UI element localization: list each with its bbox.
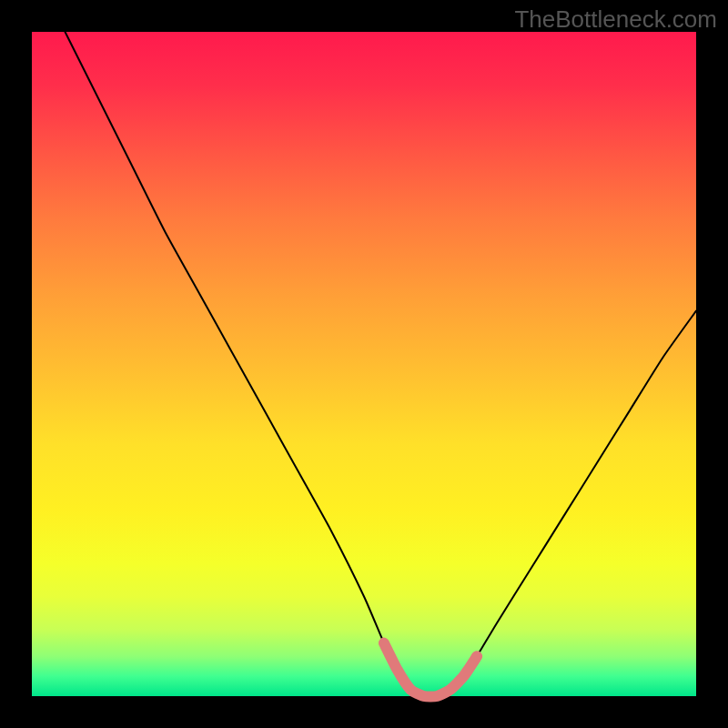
chart-curve-svg — [32, 32, 696, 696]
watermark-text: TheBottleneck.com — [514, 5, 717, 34]
bottleneck-band-overlay — [384, 643, 477, 697]
bottleneck-curve-line — [66, 32, 697, 697]
chart-plot-area — [32, 32, 696, 696]
